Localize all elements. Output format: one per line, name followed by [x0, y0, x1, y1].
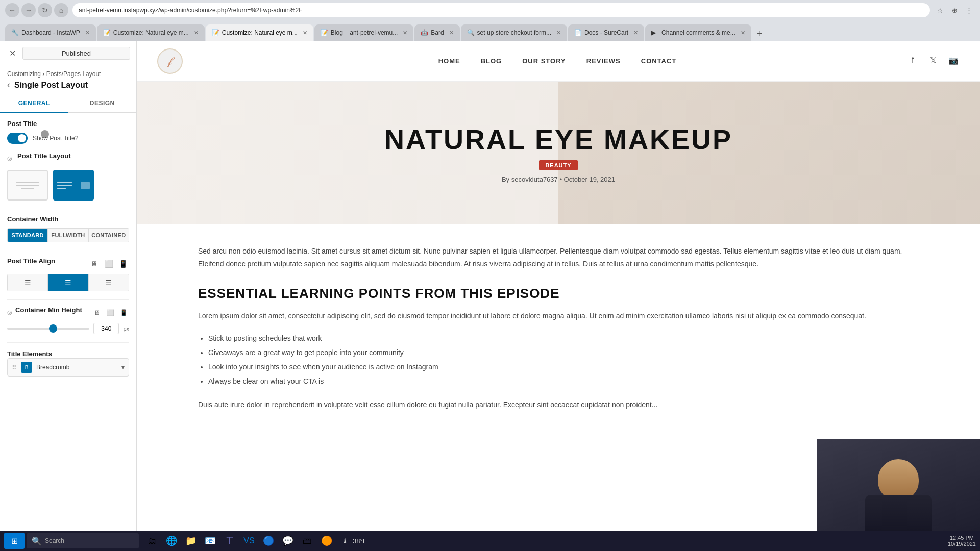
- tab-docs[interactable]: 📄 Docs - SureCart ✕: [568, 24, 644, 41]
- clock-date: 10/19/2021: [948, 541, 976, 547]
- main-layout: ✕ Published Customizing › Posts/Pages La…: [0, 41, 980, 551]
- taskbar-app-notepad[interactable]: 🗃: [298, 532, 316, 550]
- align-right-button[interactable]: ☰: [89, 274, 129, 291]
- tab-close-customize1[interactable]: ✕: [194, 30, 199, 36]
- show-post-title-label: Show Post Title?: [33, 135, 78, 142]
- panel-close-button[interactable]: ✕: [6, 47, 18, 60]
- menu-button[interactable]: ⋮: [963, 4, 975, 16]
- tab-label-bard: Bard: [431, 29, 444, 36]
- browser-nav-buttons: ← → ↻ ⌂: [5, 3, 68, 17]
- windows-icon: ⊞: [11, 536, 18, 546]
- tab-label-store: set up store chekout form...: [477, 29, 551, 36]
- nav-blog[interactable]: BLOG: [481, 57, 502, 65]
- taskbar-app-mail[interactable]: 📧: [201, 532, 219, 550]
- min-height-desktop-icon[interactable]: 🖥: [91, 307, 103, 318]
- taskbar-app-vscode[interactable]: VS: [240, 532, 258, 550]
- height-input[interactable]: 340: [93, 323, 119, 334]
- tab-close-customize2[interactable]: ✕: [303, 30, 307, 36]
- clock-time: 12:45 PM: [948, 535, 976, 541]
- nav-home[interactable]: HOME: [438, 57, 460, 65]
- list-item-4: Always be clear on what your CTA is: [208, 374, 919, 388]
- tab-blog[interactable]: 📝 Blog – ant-petrel-vemu... ✕: [314, 24, 413, 41]
- tab-close-blog[interactable]: ✕: [403, 30, 407, 36]
- twitter-icon[interactable]: 𝕏: [930, 56, 941, 67]
- toggle-thumb: [18, 134, 26, 142]
- btn-standard[interactable]: STANDARD: [8, 229, 48, 242]
- tab-close-store[interactable]: ✕: [556, 30, 561, 36]
- breadcrumb-item-input[interactable]: [36, 364, 117, 371]
- tab-customize1[interactable]: 📝 Customize: Natural eye m... ✕: [97, 24, 205, 41]
- new-tab-button[interactable]: +: [752, 27, 767, 41]
- tab-close-dashboard[interactable]: ✕: [85, 30, 90, 36]
- layout-option-2[interactable]: [53, 170, 94, 201]
- tab-icon-blog: 📝: [321, 29, 328, 36]
- taskbar-app-edge[interactable]: 🌐: [162, 532, 181, 550]
- tab-close-docs[interactable]: ✕: [633, 30, 638, 36]
- taskbar-app-teams[interactable]: T: [220, 532, 239, 550]
- nav-our-story[interactable]: OUR STORY: [522, 57, 566, 65]
- nav-contact[interactable]: CONTACT: [641, 57, 677, 65]
- taskbar-search-text: Search: [45, 537, 64, 544]
- taskbar-app-firefox[interactable]: 🟠: [317, 532, 336, 550]
- home-button[interactable]: ⌂: [54, 3, 68, 17]
- instagram-icon[interactable]: 📷: [948, 56, 960, 67]
- show-post-title-toggle[interactable]: [7, 133, 28, 144]
- align-mobile-icon[interactable]: 📱: [117, 258, 129, 270]
- tab-icon-bard: 🤖: [421, 29, 428, 36]
- tab-icon-customize1: 📝: [103, 29, 110, 36]
- layout-line-3: [21, 188, 34, 189]
- align-left-button[interactable]: ☰: [8, 274, 48, 291]
- min-height-info-icon: ◎: [7, 309, 12, 316]
- bookmark-button[interactable]: ☆: [934, 4, 946, 16]
- height-slider-row: 340 px: [7, 323, 129, 334]
- tab-customize2[interactable]: 📝 Customize: Natural eye m... ✕: [206, 24, 313, 41]
- website-preview: 𝒻 HOME BLOG OUR STORY REVIEWS CONTACT f …: [137, 41, 980, 551]
- height-range-slider[interactable]: [7, 328, 89, 330]
- browser-tabs-bar: 🔧 Dashboard - InstaWP ✕ 📝 Customize: Nat…: [0, 20, 980, 41]
- tab-store[interactable]: 🔍 set up store chekout form... ✕: [461, 24, 567, 41]
- taskbar-app-explorer[interactable]: 📁: [182, 532, 200, 550]
- taskbar-app-chrome[interactable]: 🔵: [259, 532, 278, 550]
- layout-line-1: [16, 182, 39, 183]
- extensions-button[interactable]: ⊕: [948, 4, 961, 16]
- tab-channel[interactable]: ▶ Channel comments & me... ✕: [645, 24, 751, 41]
- title-elements-section: Title Elements ⠿ B ▾: [7, 349, 129, 377]
- taskbar-app-chat[interactable]: 💬: [279, 532, 297, 550]
- taskbar-search[interactable]: 🔍 Search: [27, 533, 139, 548]
- back-button[interactable]: ←: [5, 3, 19, 17]
- breadcrumb-item[interactable]: ⠿ B ▾: [7, 358, 129, 377]
- align-desktop-icon[interactable]: 🖥: [88, 258, 101, 270]
- tab-close-bard[interactable]: ✕: [449, 30, 454, 36]
- published-button[interactable]: Published: [22, 47, 130, 60]
- taskbar-app-files[interactable]: 🗂: [143, 532, 161, 550]
- tab-bard[interactable]: 🤖 Bard ✕: [414, 24, 459, 41]
- facebook-icon[interactable]: f: [912, 56, 923, 67]
- min-height-tablet-icon[interactable]: ⬜: [105, 307, 116, 318]
- align-tablet-icon[interactable]: ⬜: [103, 258, 115, 270]
- container-width-buttons: STANDARD FULLWIDTH CONTAINED: [7, 228, 129, 242]
- tab-dashboard[interactable]: 🔧 Dashboard - InstaWP ✕: [5, 24, 96, 41]
- article-body-2: Duis aute irure dolor in reprehenderit i…: [198, 398, 919, 411]
- tab-general[interactable]: GENERAL: [0, 94, 68, 113]
- layout-option-1[interactable]: [7, 170, 48, 201]
- btn-fullwidth[interactable]: FULLWIDTH: [48, 229, 88, 242]
- btn-contained[interactable]: CONTAINED: [89, 229, 129, 242]
- refresh-button[interactable]: ↻: [38, 3, 52, 17]
- post-title-section-label: Post Title: [7, 120, 129, 128]
- nav-reviews[interactable]: REVIEWS: [586, 57, 621, 65]
- layout-line-5: [57, 185, 72, 186]
- hero-meta: By secoviduta7637 • October 19, 2021: [502, 176, 615, 183]
- tab-close-channel[interactable]: ✕: [741, 30, 745, 36]
- start-button[interactable]: ⊞: [4, 533, 24, 549]
- breadcrumb-expand-button[interactable]: ▾: [121, 364, 125, 371]
- panel-back-button[interactable]: ‹: [7, 80, 10, 90]
- address-bar[interactable]: ant-petrel-vemu.instapwp.xyz/wp-admin/cu…: [72, 3, 930, 17]
- panel-scroll-area: Post Title Show Post Title? ◎ Post Title…: [0, 113, 136, 534]
- forward-button[interactable]: →: [21, 3, 36, 17]
- align-center-button[interactable]: ☰: [48, 274, 88, 291]
- breadcrumb: Customizing › Posts/Pages Layout: [0, 66, 136, 78]
- min-height-mobile-icon[interactable]: 📱: [118, 307, 129, 318]
- align-section: Post Title Align 🖥 ⬜ 📱 ☰ ☰ ☰: [7, 257, 129, 291]
- container-min-height-label: Container Min Height: [15, 306, 82, 314]
- tab-design[interactable]: DESIGN: [68, 94, 137, 113]
